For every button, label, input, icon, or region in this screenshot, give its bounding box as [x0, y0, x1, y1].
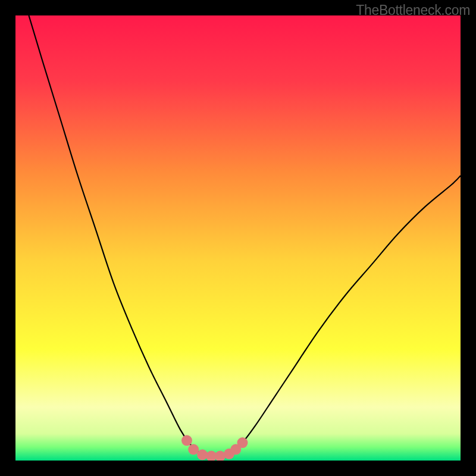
plot-area	[15, 15, 461, 461]
highlight-dot	[237, 437, 248, 448]
chart-frame: TheBottleneck.com	[0, 0, 476, 476]
highlight-dot	[188, 444, 199, 455]
highlight-dot	[181, 435, 192, 446]
chart-svg	[15, 15, 461, 461]
watermark-text: TheBottleneck.com	[356, 2, 470, 18]
